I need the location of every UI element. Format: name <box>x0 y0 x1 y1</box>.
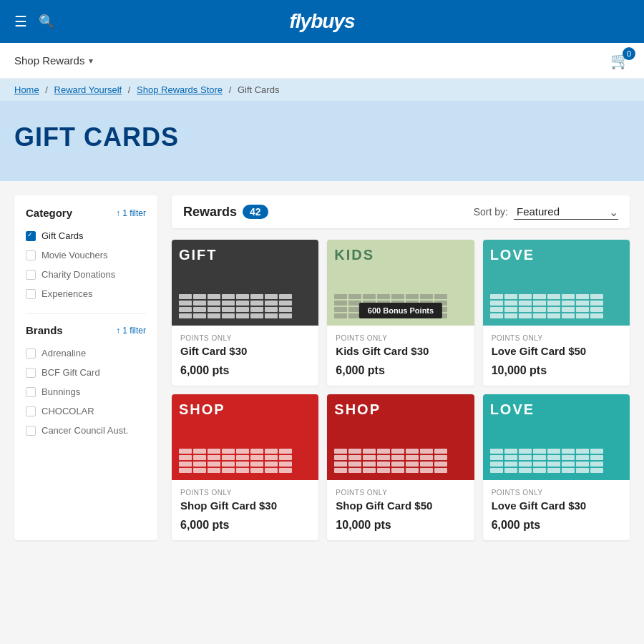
sort-select[interactable]: Featured Price: Low to High Price: High … <box>514 204 618 220</box>
main-content: Category ↑ 1 filter Gift CardsMovie Vouc… <box>0 181 644 555</box>
sort-bar: Rewards 42 Sort by: Featured Price: Low … <box>172 195 630 228</box>
page-title: GIFT CARDS <box>14 122 630 152</box>
cart-button[interactable]: 🛒 0 <box>610 52 630 70</box>
product-card-love-gift-card-50[interactable]: LOVEPOINTS ONLYLove Gift Card $5010,000 … <box>483 240 630 386</box>
brands-title: Brands <box>26 324 63 336</box>
category-section-header: Category ↑ 1 filter <box>26 207 146 219</box>
category-label-movie-vouchers: Movie Vouchers <box>42 250 108 260</box>
card-image-love-gift-card-2: LOVE <box>483 394 630 480</box>
sidebar-category-charity-donations[interactable]: Charity Donations <box>26 265 146 284</box>
product-card-kids-gift-card-30[interactable]: KIDS600 Bonus PointsPOINTS ONLYKids Gift… <box>327 240 474 386</box>
card-heading-love-gift-card-50: LOVE <box>490 247 623 263</box>
brands-filter-toggle[interactable]: ↑ 1 filter <box>116 326 146 336</box>
sidebar-brand-bunnings[interactable]: Bunnings <box>26 382 146 401</box>
cart-badge: 0 <box>623 47 635 60</box>
card-title-kids-gift-card-30: Kids Gift Card $30 <box>336 345 465 357</box>
checkbox-cancer-council <box>26 426 36 436</box>
chevron-down-icon: ▾ <box>89 56 93 66</box>
card-heading-gift-card-30: GIFT <box>179 247 311 263</box>
card-image-shop-gift-card-1: SHOP <box>172 394 318 480</box>
card-heading-love-gift-card-2: LOVE <box>490 401 623 418</box>
brands-list: AdrenalineBCF Gift CardBunningsCHOCOLARC… <box>26 343 146 440</box>
category-label-experiences: Experiences <box>42 288 93 299</box>
sidebar-divider <box>26 313 146 314</box>
shop-rewards-menu[interactable]: Shop Rewards ▾ <box>14 54 93 67</box>
brands-section-header: Brands ↑ 1 filter <box>26 324 146 336</box>
sort-select-wrapper: Featured Price: Low to High Price: High … <box>514 204 618 220</box>
rewards-count: Rewards 42 <box>183 205 268 220</box>
card-points-shop-gift-card-1: 6,000 pts <box>180 519 310 532</box>
product-card-shop-gift-card-2[interactable]: SHOPPOINTS ONLYShop Gift Card $5010,000 … <box>327 394 474 540</box>
points-only-label-love-gift-card-50: POINTS ONLY <box>492 334 621 342</box>
breadcrumb: Home / Reward Yourself / Shop Rewards St… <box>0 79 644 101</box>
sort-right: Sort by: Featured Price: Low to High Pri… <box>474 204 618 220</box>
card-image-gift-card-30: GIFT <box>172 240 318 326</box>
sidebar-brand-adrenaline[interactable]: Adrenaline <box>26 343 146 363</box>
card-body-kids-gift-card-30: POINTS ONLYKids Gift Card $306,000 pts <box>327 326 474 386</box>
category-title: Category <box>26 207 72 219</box>
breadcrumb-shop-rewards-store[interactable]: Shop Rewards Store <box>137 84 223 95</box>
card-title-love-gift-card-50: Love Gift Card $50 <box>492 345 621 357</box>
product-card-gift-card-30[interactable]: GIFTPOINTS ONLYGift Card $306,000 pts <box>172 240 318 386</box>
category-filter-toggle[interactable]: ↑ 1 filter <box>116 208 146 218</box>
header-left: ☰ 🔍 <box>14 13 54 30</box>
search-icon[interactable]: 🔍 <box>39 14 54 29</box>
checkbox-bcf-gift-card <box>26 368 36 378</box>
brand-label-bcf-gift-card: BCF Gift Card <box>42 367 100 378</box>
breadcrumb-sep-2: / <box>128 84 133 95</box>
card-image-love-gift-card-50: LOVE <box>483 240 630 326</box>
checkbox-chocolar <box>26 406 36 416</box>
points-only-label-love-gift-card-2: POINTS ONLY <box>492 489 621 497</box>
card-heading-kids-gift-card-30: KIDS <box>334 247 467 263</box>
brand-label-bunnings: Bunnings <box>42 386 80 397</box>
sidebar-category-movie-vouchers[interactable]: Movie Vouchers <box>26 245 146 265</box>
breadcrumb-reward-yourself[interactable]: Reward Yourself <box>54 84 122 95</box>
sidebar-brand-bcf-gift-card[interactable]: BCF Gift Card <box>26 363 146 382</box>
checkbox-charity-donations <box>26 270 36 280</box>
sidebar-brand-cancer-council[interactable]: Cancer Council Aust. <box>26 421 146 440</box>
card-points-shop-gift-card-2: 10,000 pts <box>336 519 465 532</box>
sort-by-label: Sort by: <box>474 206 508 218</box>
breadcrumb-home[interactable]: Home <box>14 84 39 95</box>
checkbox-movie-vouchers <box>26 250 36 260</box>
product-card-love-gift-card-2[interactable]: LOVEPOINTS ONLYLove Gift Card $306,000 p… <box>483 394 630 540</box>
products-area: Rewards 42 Sort by: Featured Price: Low … <box>172 195 630 540</box>
sub-nav: Shop Rewards ▾ 🛒 0 <box>0 43 644 79</box>
brand-label-adrenaline: Adrenaline <box>42 348 86 358</box>
count-badge: 42 <box>243 205 268 219</box>
brand-label-cancer-council: Cancer Council Aust. <box>42 425 128 436</box>
category-list: Gift CardsMovie VouchersCharity Donation… <box>26 226 146 303</box>
card-title-shop-gift-card-2: Shop Gift Card $50 <box>336 499 465 512</box>
card-heading-shop-gift-card-2: SHOP <box>334 401 467 418</box>
top-header: ☰ 🔍 flybuys <box>0 0 644 43</box>
breadcrumb-current: Gift Cards <box>238 84 280 95</box>
hamburger-icon[interactable]: ☰ <box>14 13 27 30</box>
card-heading-shop-gift-card-1: SHOP <box>179 401 311 418</box>
card-body-gift-card-30: POINTS ONLYGift Card $306,000 pts <box>172 326 318 386</box>
card-image-kids-gift-card-30: KIDS600 Bonus Points <box>327 240 474 326</box>
checkbox-experiences <box>26 289 36 299</box>
points-only-label-shop-gift-card-1: POINTS ONLY <box>180 489 310 497</box>
shop-rewards-label: Shop Rewards <box>14 54 84 67</box>
product-card-shop-gift-card-1[interactable]: SHOPPOINTS ONLYShop Gift Card $306,000 p… <box>172 394 318 540</box>
category-label-gift-cards: Gift Cards <box>42 230 84 241</box>
checkbox-gift-cards <box>26 231 36 241</box>
sidebar-category-gift-cards[interactable]: Gift Cards <box>26 226 146 245</box>
checkbox-bunnings <box>26 387 36 397</box>
card-body-shop-gift-card-1: POINTS ONLYShop Gift Card $306,000 pts <box>172 480 318 540</box>
product-grid: GIFTPOINTS ONLYGift Card $306,000 ptsKID… <box>172 240 630 540</box>
brand-label-chocolar: CHOCOLAR <box>42 406 94 416</box>
sidebar: Category ↑ 1 filter Gift CardsMovie Vouc… <box>14 195 157 540</box>
card-title-gift-card-30: Gift Card $30 <box>180 345 310 357</box>
sidebar-brand-chocolar[interactable]: CHOCOLAR <box>26 401 146 421</box>
card-image-shop-gift-card-2: SHOP <box>327 394 474 480</box>
card-body-love-gift-card-2: POINTS ONLYLove Gift Card $306,000 pts <box>483 480 630 540</box>
card-body-love-gift-card-50: POINTS ONLYLove Gift Card $5010,000 pts <box>483 326 630 386</box>
category-label-charity-donations: Charity Donations <box>42 269 115 280</box>
points-only-label-shop-gift-card-2: POINTS ONLY <box>336 489 465 497</box>
card-title-shop-gift-card-1: Shop Gift Card $30 <box>180 499 310 512</box>
sidebar-category-experiences[interactable]: Experiences <box>26 284 146 303</box>
card-points-love-gift-card-2: 6,000 pts <box>492 519 621 532</box>
breadcrumb-sep-3: / <box>229 84 234 95</box>
card-points-gift-card-30: 6,000 pts <box>180 364 310 377</box>
